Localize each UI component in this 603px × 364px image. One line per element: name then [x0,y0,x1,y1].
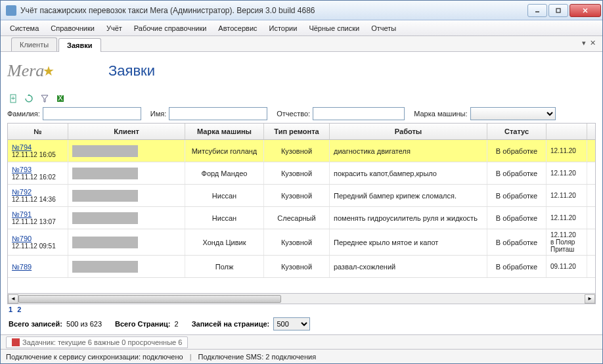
carbrand-select[interactable] [470,107,556,120]
cell-date: 12.11.20 [547,185,587,206]
table-row[interactable]: №79112.11.12 13:07НиссанСлесарныйпоменят… [8,207,595,229]
tab-clients[interactable]: Клиенты [11,37,57,51]
task-icon [12,338,20,346]
col-status[interactable]: Статус [487,124,547,139]
request-link[interactable]: №794 [12,143,64,151]
data-grid: № Клиент Марка машины Тип ремонта Работы… [7,123,596,294]
cell-fixtype: Кузовной [264,256,330,277]
table-row[interactable]: №79012.11.12 09:51Хонда ЦивикКузовнойПер… [8,229,595,256]
tab-controls: ▾ ✕ [582,39,596,47]
svg-rect-1 [556,9,560,12]
col-client[interactable]: Клиент [68,124,185,139]
request-link[interactable]: №791 [12,210,64,218]
scroll-track[interactable] [18,294,585,304]
filter-icon[interactable] [39,93,51,104]
cell-car: Хонда Цивик [185,229,264,255]
cell-number: №789 [8,256,68,277]
cell-date: 09.11.20 [547,256,587,277]
page-1-link[interactable]: 1 [9,306,12,313]
cell-car: Форд Мандео [185,162,264,184]
export-excel-icon[interactable]: X [55,93,66,104]
total-records: Всего записей: 500 из 623 [9,320,102,328]
cell-status: В обработке [487,256,547,277]
toolbar: + X [7,93,596,104]
request-link[interactable]: №793 [12,166,64,173]
cell-car: Ниссан [185,185,264,206]
menubar: Система Справочники Учёт Рабочие справоч… [1,20,602,36]
col-work[interactable]: Работы [330,124,487,139]
cell-fixtype: Кузовной [264,229,330,255]
cell-client [68,162,185,184]
page-links: 1 2 [7,304,596,315]
scroll-thumb[interactable] [18,295,281,303]
cell-work: Переднее крыло мятое и капот [330,229,487,255]
app-window: Учёт пасажирских перевозок такси Mera (А… [0,0,603,364]
cell-number: №79012.11.12 09:51 [8,229,68,255]
menu-dictionaries[interactable]: Справочники [45,22,100,34]
page-2-link[interactable]: 2 [17,306,21,313]
app-icon [6,5,16,16]
request-link[interactable]: №792 [12,188,64,196]
filter-row: Фамилия: Имя: Отчество: Марка машины: [7,107,596,120]
window-title: Учёт пасажирских перевозок такси Mera (А… [20,6,527,15]
cell-work: покрасить капот,бампер,крыло [330,162,487,184]
cell-work: Передний бампер крипеж сломался. [330,185,487,206]
tab-requests[interactable]: Заявки [58,38,100,52]
cell-number: №79312.11.12 16:02 [8,162,68,184]
close-button[interactable] [570,4,601,17]
lastname-input[interactable] [43,107,141,120]
horizontal-scrollbar: ◄ ► [7,294,596,304]
cell-fixtype: Слесарный [264,207,330,229]
menu-history[interactable]: Истории [264,22,303,34]
cell-work: поменять гидроусилитель руля и жидкость [330,207,487,229]
menu-reports[interactable]: Отчеты [366,22,401,34]
table-row[interactable]: №79212.11.12 14:36НиссанКузовнойПередний… [8,185,595,207]
scroll-left-button[interactable]: ◄ [8,294,18,304]
col-car[interactable]: Марка машины [185,124,264,139]
request-link[interactable]: №790 [12,235,64,242]
minimize-button[interactable] [527,4,547,17]
firstname-input[interactable] [169,107,267,120]
table-row[interactable]: №789ПолжКузовнойразвал-схожленийВ обрабо… [8,256,595,278]
sync-status: Подключение к сервису синхронизации: под… [6,353,183,361]
cell-number: №79212.11.12 14:36 [8,185,68,206]
logo: Mera ★ [7,57,93,85]
add-icon[interactable]: + [7,93,19,104]
per-page: Записей на странице: 500 [192,317,311,330]
cell-car: Ниссан [185,207,264,229]
cell-number: №79412.11.12 16:05 [8,140,68,162]
menu-system[interactable]: Система [5,22,44,34]
refresh-icon[interactable] [23,93,35,104]
tabbar: Клиенты Заявки ▾ ✕ [1,36,602,52]
col-number[interactable]: № [8,124,68,139]
client-redacted [72,261,138,273]
cell-status: В обработке [487,229,547,255]
patronymic-input[interactable] [313,107,405,120]
client-redacted [72,190,138,202]
lastname-label: Фамилия: [7,110,40,118]
cell-status: В обработке [487,207,547,229]
table-row[interactable]: №79412.11.12 16:05Митсубиси голландКузов… [8,140,595,162]
client-redacted [72,145,138,157]
cell-number: №79112.11.12 13:07 [8,207,68,229]
menu-accounting[interactable]: Учёт [101,22,127,34]
page-title: Заявки [108,62,155,80]
col-fixtype[interactable]: Тип ремонта [264,124,330,139]
menu-work-dictionaries[interactable]: Рабочие справочники [129,22,212,34]
logo-star-icon: ★ [43,63,55,79]
col-date[interactable] [547,124,587,139]
tab-close-icon[interactable]: ✕ [590,39,596,47]
scroll-right-button[interactable]: ► [585,294,595,304]
request-link[interactable]: №789 [12,263,64,271]
table-row[interactable]: №79312.11.12 16:02Форд МандеоКузовнойпок… [8,162,595,185]
perpage-select[interactable]: 500 [273,317,310,330]
sms-status: Подключение SMS: 2 подключения [198,353,317,361]
cell-client [68,185,185,206]
window-controls [527,4,601,17]
task-tab[interactable]: Задачник: текущие 6 важные 0 просроченны… [6,336,188,348]
status-separator: | [190,353,192,361]
menu-blacklists[interactable]: Чёрные списки [303,22,365,34]
menu-autoservice[interactable]: Автосервис [213,22,262,34]
tab-dropdown-icon[interactable]: ▾ [582,39,586,47]
maximize-button[interactable] [548,4,568,17]
